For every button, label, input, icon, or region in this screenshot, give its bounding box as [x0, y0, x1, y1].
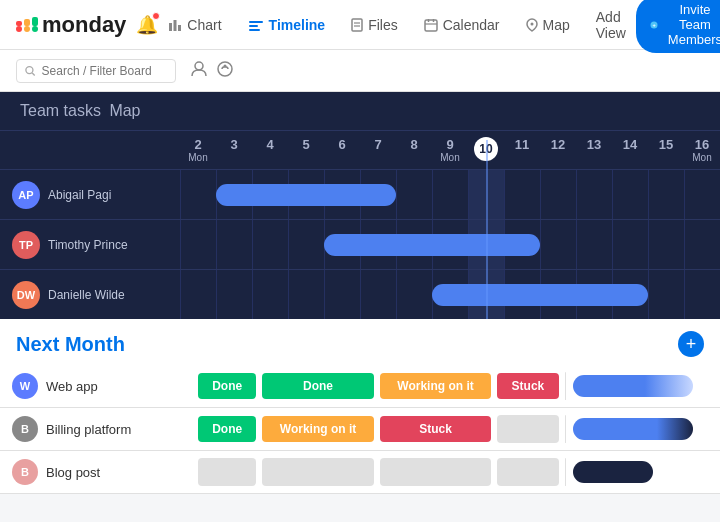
gantt-col	[576, 220, 612, 269]
gantt-row: TPTimothy Prince	[0, 219, 720, 269]
toolbar	[0, 50, 720, 92]
gantt-col	[504, 170, 540, 219]
gantt-col	[684, 270, 720, 319]
nm-row-name: Billing platform	[46, 422, 131, 437]
gantt-title: Team tasks Map	[0, 92, 720, 130]
nm-bar[interactable]	[573, 418, 693, 440]
gantt-day-5: 5	[288, 137, 324, 163]
table-row: B Blog post	[0, 451, 720, 494]
gantt-bar[interactable]	[324, 234, 540, 256]
nm-badge-done[interactable]: Done	[198, 373, 256, 399]
person-name: Danielle Wilde	[48, 288, 125, 302]
timeline-icon	[248, 18, 264, 32]
nm-row-label: B Blog post	[0, 451, 170, 493]
nm-bar[interactable]	[573, 461, 653, 483]
toolbar-icons	[190, 60, 234, 82]
nm-avatar: B	[12, 416, 38, 442]
gantt-col	[576, 170, 612, 219]
search-input[interactable]	[42, 64, 167, 78]
search-box[interactable]	[16, 59, 176, 83]
tab-chart[interactable]: Chart	[158, 11, 231, 39]
gantt-days-header: 2Mon3456789Mon10111213141516Mon	[180, 137, 720, 163]
map-icon	[526, 18, 538, 32]
nm-empty-cell	[380, 458, 492, 486]
header-right: + Invite Team Members U ⋯	[636, 0, 720, 53]
tab-add-view-label: Add View	[596, 9, 626, 41]
nm-cell: Working on it	[259, 408, 377, 451]
tab-files[interactable]: Files	[341, 11, 408, 39]
chart-icon	[168, 18, 182, 32]
gantt-col	[180, 270, 216, 319]
gantt-col	[432, 170, 468, 219]
gantt-col	[540, 170, 576, 219]
nm-row-label-cell: W Web app	[0, 365, 195, 408]
tab-map[interactable]: Map	[516, 11, 580, 39]
svg-point-25	[218, 62, 232, 76]
gantt-day-7: 7	[360, 137, 396, 163]
gantt-header: 2Mon3456789Mon10111213141516Mon	[0, 130, 720, 169]
nm-badge-working[interactable]: Working on it	[380, 373, 492, 399]
gantt-col	[252, 270, 288, 319]
tab-files-label: Files	[368, 17, 398, 33]
nm-cell	[259, 451, 377, 494]
nm-empty-cell	[565, 415, 566, 443]
person-name: Abigail Pagi	[48, 188, 111, 202]
nm-cell	[494, 408, 561, 451]
nm-cell	[494, 451, 561, 494]
svg-rect-8	[178, 25, 181, 31]
add-month-button[interactable]: +	[678, 331, 704, 357]
today-line	[486, 140, 488, 319]
nm-cell: Stuck	[377, 408, 495, 451]
nm-cell: Stuck	[494, 365, 561, 408]
header-nav: Chart Timeline Files Calendar Map Add Vi…	[158, 3, 636, 47]
nm-badge-done[interactable]: Done	[198, 416, 256, 442]
gantt-col	[324, 270, 360, 319]
logo: monday	[16, 12, 126, 38]
next-month-title: Next Month	[16, 333, 125, 356]
nm-empty-cell	[497, 458, 558, 486]
gantt-row-label: DWDanielle Wilde	[0, 281, 180, 309]
gantt-col	[288, 270, 324, 319]
share-icon[interactable]	[216, 60, 234, 82]
person-filter-icon[interactable]	[190, 60, 208, 82]
tab-calendar[interactable]: Calendar	[414, 11, 510, 39]
gantt-title-sub: Map	[109, 102, 140, 119]
svg-point-19	[530, 22, 533, 25]
gantt-day-14: 14	[612, 137, 648, 163]
logo-text: monday	[42, 12, 126, 38]
person-name: Timothy Prince	[48, 238, 128, 252]
gantt-col	[648, 270, 684, 319]
nm-bar[interactable]	[573, 375, 693, 397]
tab-timeline[interactable]: Timeline	[238, 11, 336, 39]
nm-badge-done[interactable]: Done	[262, 373, 374, 399]
gantt-row: DWDanielle Wilde	[0, 269, 720, 319]
gantt-section: Team tasks Map 2Mon3456789Mon10111213141…	[0, 92, 720, 319]
person-avatar: DW	[12, 281, 40, 309]
nm-bar-cell	[569, 365, 721, 408]
next-month-section: Next Month + W Web app DoneDoneWorking o…	[0, 319, 720, 494]
person-avatar: AP	[12, 181, 40, 209]
search-icon	[25, 65, 36, 77]
gantt-day-4: 4	[252, 137, 288, 163]
nm-badge-stuck[interactable]: Stuck	[380, 416, 492, 442]
nm-empty-cell	[497, 415, 558, 443]
notification-bell[interactable]: 🔔	[136, 14, 158, 36]
gantt-col	[540, 220, 576, 269]
gantt-bar[interactable]	[432, 284, 648, 306]
invite-icon: +	[650, 17, 658, 33]
gantt-bar[interactable]	[216, 184, 396, 206]
nm-empty-cell	[565, 372, 566, 400]
nm-row-label: B Billing platform	[0, 408, 170, 450]
invite-label: Invite Team Members	[664, 2, 720, 47]
nm-cell	[562, 451, 569, 494]
svg-rect-12	[352, 19, 362, 31]
gantt-col	[684, 220, 720, 269]
svg-rect-4	[24, 19, 30, 26]
next-month-header: Next Month +	[0, 319, 720, 365]
invite-button[interactable]: + Invite Team Members	[636, 0, 720, 53]
nm-badge-working[interactable]: Working on it	[262, 416, 374, 442]
svg-rect-11	[249, 29, 260, 31]
gantt-col	[180, 220, 216, 269]
nm-badge-stuck[interactable]: Stuck	[497, 373, 558, 399]
tab-add-view[interactable]: Add View	[586, 3, 636, 47]
